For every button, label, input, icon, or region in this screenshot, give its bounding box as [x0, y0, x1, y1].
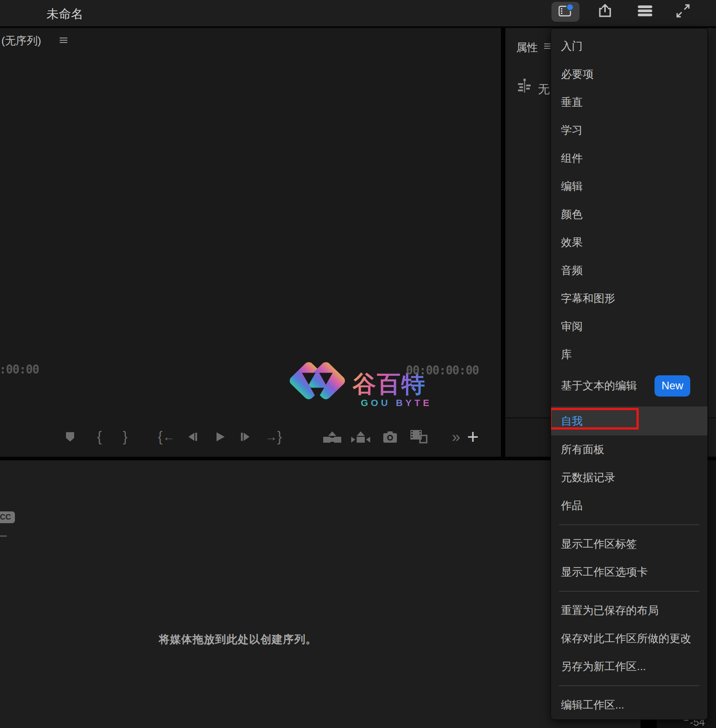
alignment-icon [518, 79, 531, 95]
add-button-editor[interactable]: + [467, 425, 479, 448]
comparison-view-button[interactable] [410, 430, 428, 444]
workspace-menu-item-4[interactable]: 组件 [551, 144, 707, 172]
workspace-menu-item-9[interactable]: 字幕和图形 [551, 284, 707, 312]
workspace-icon [557, 4, 574, 20]
workspace-menu-item-11[interactable]: 库 [551, 340, 707, 369]
workspace-menu-item-22[interactable]: 保存对此工作区所做的更改 [551, 624, 707, 652]
drop-media-hint: 将媒体拖放到此处以创建序列。 [159, 632, 317, 647]
play-button[interactable] [217, 432, 225, 441]
menu-item-label: 效果 [561, 235, 583, 250]
panel-edge-line [710, 28, 710, 457]
workspace-menu-item-3[interactable]: 学习 [551, 116, 707, 144]
menu-item-label: 审阅 [561, 319, 583, 334]
menu-item-label: 编辑 [561, 179, 583, 194]
render-bars-icon [637, 5, 653, 19]
more-controls-button[interactable]: » [452, 428, 460, 445]
workspace-menu-item-2[interactable]: 垂直 [551, 88, 707, 116]
workspace-menu-item-12[interactable]: 基于文本的编辑New [551, 369, 707, 403]
export-frame-button[interactable] [383, 431, 397, 443]
menu-item-label: 重置为已保存的布局 [561, 603, 659, 618]
workspace-menu-item-0[interactable]: 入门 [551, 32, 707, 60]
menu-item-label: 另存为新工作区... [561, 659, 646, 674]
vertical-panel-splitter[interactable] [501, 28, 505, 457]
workspace-menu-item-14[interactable]: 所有面板 [551, 435, 707, 463]
closed-captions-badge: CC [0, 511, 15, 523]
watermark-logo: 谷百特 GOU BYTE [280, 347, 479, 415]
workspace-menu-item-15[interactable]: 元数据记录 [551, 463, 707, 492]
menu-item-label: 所有面板 [561, 442, 604, 457]
expand-arrows-icon [675, 3, 691, 21]
render-queue-button[interactable] [631, 2, 659, 22]
menu-item-label: 作品 [561, 498, 583, 513]
workspace-menu: 入门必要项垂直学习组件编辑颜色效果音频字幕和图形审阅库基于文本的编辑New自我所… [551, 28, 708, 720]
menu-item-label: 编辑工作区... [561, 698, 624, 712]
properties-panel-title: 属性 [516, 40, 538, 55]
sequence-label: (无序列) [1, 33, 41, 48]
menu-item-label: 必要项 [561, 67, 594, 81]
mark-out-button[interactable]: } [123, 429, 127, 445]
properties-selection-value: 无 [538, 81, 550, 97]
panel-menu-icon[interactable] [60, 37, 67, 45]
go-to-in-button[interactable]: {← [158, 429, 174, 445]
duration-timecode: 00:00:00:00 [406, 364, 479, 377]
brace-glyph: } [277, 429, 282, 445]
export-share-icon [597, 2, 614, 21]
workspace-menu-item-21[interactable]: 重置为已保存的布局 [551, 596, 707, 624]
timeline-panel[interactable]: CC 将媒体拖放到此处以创建序列。 [0, 460, 641, 728]
premiere-pro-window: 未命名 [0, 0, 716, 728]
workspace-menu-item-8[interactable]: 音频 [551, 256, 707, 284]
menu-item-label: 颜色 [561, 207, 583, 222]
goubyte-logo-icon [288, 350, 347, 413]
workspace-menu-item-23[interactable]: 另存为新工作区... [551, 652, 707, 681]
workspace-menu-item-10[interactable]: 审阅 [551, 312, 707, 340]
extract-button[interactable] [351, 430, 370, 443]
menu-item-label: 音频 [561, 263, 583, 278]
meter-tick [684, 720, 688, 721]
step-back-button[interactable] [188, 433, 198, 441]
current-timecode: 00:00:00:00 [0, 363, 39, 376]
workspace-menu-item-13[interactable]: 自我 [551, 407, 707, 435]
workspace-menu-item-19[interactable]: 显示工作区选项卡 [551, 558, 707, 586]
timeline-tool-fragment [0, 535, 7, 537]
arrow-glyph: → [265, 430, 277, 444]
workspace-switcher-button[interactable] [551, 2, 579, 22]
annotation-red-box [551, 408, 639, 430]
workspace-menu-item-18[interactable]: 显示工作区标签 [551, 530, 707, 558]
program-monitor-panel: (无序列) [0, 28, 501, 457]
project-title: 未命名 [47, 6, 83, 22]
step-forward-button[interactable] [240, 433, 250, 441]
logo-en-text: GOU BYTE [361, 397, 432, 408]
title-bar: 未命名 [0, 0, 716, 27]
menu-item-label: 垂直 [561, 95, 583, 109]
transport-controls: { } {← →} [0, 417, 501, 457]
new-badge: New [655, 375, 690, 397]
add-marker-button[interactable] [66, 432, 74, 442]
menu-item-label: 保存对此工作区所做的更改 [561, 631, 691, 646]
menu-item-label: 库 [561, 347, 572, 362]
workspace-menu-item-25[interactable]: 编辑工作区... [551, 691, 707, 719]
menu-item-label: 入门 [561, 39, 583, 53]
mark-in-button[interactable]: { [97, 429, 102, 445]
brace-glyph: { [158, 429, 162, 445]
menu-item-label: 元数据记录 [561, 470, 615, 485]
menu-item-label: 学习 [561, 123, 583, 137]
menu-item-label: 显示工作区标签 [561, 537, 637, 551]
arrow-glyph: ← [163, 430, 175, 444]
menu-item-label: 基于文本的编辑 [561, 378, 637, 393]
menu-separator [559, 525, 699, 525]
menu-separator [559, 685, 699, 686]
quick-export-button[interactable] [591, 2, 619, 22]
menu-item-label: 组件 [561, 151, 583, 165]
workspace-menu-item-16[interactable]: 作品 [551, 492, 707, 520]
go-to-out-button[interactable]: →} [265, 429, 282, 445]
workspace-menu-item-1[interactable]: 必要项 [551, 60, 707, 88]
workspace-menu-item-7[interactable]: 效果 [551, 228, 707, 256]
menu-item-label: 字幕和图形 [561, 291, 615, 306]
lift-button[interactable] [323, 430, 341, 443]
menu-separator [559, 591, 699, 591]
fullscreen-button[interactable] [669, 2, 697, 22]
workspace-menu-item-6[interactable]: 颜色 [551, 200, 707, 228]
menu-item-label: 显示工作区选项卡 [561, 565, 648, 579]
workspace-menu-item-5[interactable]: 编辑 [551, 172, 707, 200]
